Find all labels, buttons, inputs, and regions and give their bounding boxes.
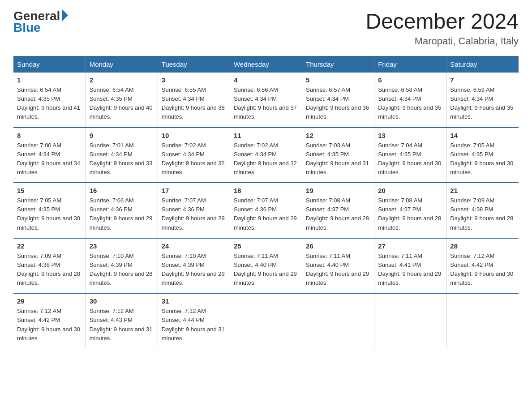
day-number: 6	[378, 76, 442, 84]
day-number: 9	[90, 132, 154, 139]
day-info: Sunrise: 6:54 AMSunset: 4:35 PMDaylight:…	[17, 86, 82, 122]
day-info: Sunrise: 7:12 AMSunset: 4:44 PMDaylight:…	[162, 307, 226, 343]
logo-blue-row: Blue	[13, 21, 41, 35]
day-of-week-header: Monday	[86, 56, 158, 73]
day-info: Sunrise: 7:12 AMSunset: 4:42 PMDaylight:…	[450, 252, 515, 288]
day-info: Sunrise: 7:01 AMSunset: 4:34 PMDaylight:…	[90, 141, 154, 177]
calendar-week-row: 8Sunrise: 7:00 AMSunset: 4:34 PMDaylight…	[13, 128, 519, 183]
day-info: Sunrise: 7:11 AMSunset: 4:40 PMDaylight:…	[234, 252, 298, 288]
day-number: 21	[450, 187, 515, 194]
day-info: Sunrise: 7:07 AMSunset: 4:36 PMDaylight:…	[162, 196, 226, 232]
calendar-cell: 14Sunrise: 7:05 AMSunset: 4:35 PMDayligh…	[446, 128, 519, 183]
calendar-cell: 1Sunrise: 6:54 AMSunset: 4:35 PMDaylight…	[13, 73, 86, 128]
day-number: 3	[162, 76, 226, 84]
day-info: Sunrise: 7:09 AMSunset: 4:38 PMDaylight:…	[450, 196, 515, 232]
calendar-week-row: 29Sunrise: 7:12 AMSunset: 4:42 PMDayligh…	[13, 293, 519, 348]
calendar-cell: 16Sunrise: 7:06 AMSunset: 4:36 PMDayligh…	[86, 183, 158, 238]
day-number: 31	[162, 297, 226, 305]
calendar-cell	[230, 293, 302, 348]
day-number: 17	[162, 187, 226, 194]
calendar-cell: 4Sunrise: 6:56 AMSunset: 4:34 PMDaylight…	[230, 73, 302, 128]
day-info: Sunrise: 6:54 AMSunset: 4:35 PMDaylight:…	[90, 86, 154, 122]
day-number: 5	[306, 76, 370, 84]
day-number: 25	[234, 242, 298, 250]
day-number: 18	[234, 187, 298, 194]
day-of-week-header: Friday	[374, 56, 446, 73]
day-info: Sunrise: 7:08 AMSunset: 4:37 PMDaylight:…	[378, 196, 442, 232]
logo-blue-word: Blue	[13, 21, 41, 35]
location-subtitle: Maropati, Calabria, Italy	[365, 35, 519, 47]
day-of-week-header: Saturday	[446, 56, 519, 73]
month-year-title: December 2024	[365, 9, 519, 34]
day-info: Sunrise: 7:08 AMSunset: 4:37 PMDaylight:…	[306, 196, 370, 232]
day-info: Sunrise: 6:59 AMSunset: 4:34 PMDaylight:…	[450, 86, 515, 122]
day-info: Sunrise: 6:57 AMSunset: 4:34 PMDaylight:…	[306, 86, 370, 122]
day-number: 15	[17, 187, 82, 194]
calendar-cell: 10Sunrise: 7:02 AMSunset: 4:34 PMDayligh…	[158, 128, 230, 183]
day-of-week-header: Thursday	[302, 56, 374, 73]
calendar-week-row: 22Sunrise: 7:09 AMSunset: 4:38 PMDayligh…	[13, 238, 519, 294]
calendar-cell: 13Sunrise: 7:04 AMSunset: 4:35 PMDayligh…	[374, 128, 446, 183]
calendar-table: SundayMondayTuesdayWednesdayThursdayFrid…	[13, 56, 519, 348]
calendar-header: SundayMondayTuesdayWednesdayThursdayFrid…	[13, 56, 519, 73]
page-header: General Blue December 2024 Maropati, Cal…	[13, 9, 519, 47]
calendar-cell: 5Sunrise: 6:57 AMSunset: 4:34 PMDaylight…	[302, 73, 374, 128]
day-info: Sunrise: 7:05 AMSunset: 4:35 PMDaylight:…	[17, 196, 82, 232]
day-number: 29	[17, 297, 82, 305]
day-info: Sunrise: 7:02 AMSunset: 4:34 PMDaylight:…	[234, 141, 298, 177]
calendar-cell: 11Sunrise: 7:02 AMSunset: 4:34 PMDayligh…	[230, 128, 302, 183]
calendar-cell	[374, 293, 446, 348]
day-of-week-header: Tuesday	[158, 56, 230, 73]
day-number: 4	[234, 76, 298, 84]
header-row: SundayMondayTuesdayWednesdayThursdayFrid…	[13, 56, 519, 73]
logo: General Blue	[13, 9, 68, 35]
calendar-cell: 31Sunrise: 7:12 AMSunset: 4:44 PMDayligh…	[158, 293, 230, 348]
day-number: 26	[306, 242, 370, 250]
calendar-cell	[446, 293, 519, 348]
day-number: 19	[306, 187, 370, 194]
day-info: Sunrise: 6:56 AMSunset: 4:34 PMDaylight:…	[234, 86, 298, 122]
day-number: 7	[450, 76, 515, 84]
day-number: 1	[17, 76, 82, 84]
day-of-week-header: Wednesday	[230, 56, 302, 73]
day-info: Sunrise: 6:58 AMSunset: 4:34 PMDaylight:…	[378, 86, 442, 122]
calendar-cell: 21Sunrise: 7:09 AMSunset: 4:38 PMDayligh…	[446, 183, 519, 238]
calendar-cell: 7Sunrise: 6:59 AMSunset: 4:34 PMDaylight…	[446, 73, 519, 128]
day-number: 13	[378, 132, 442, 139]
calendar-cell: 26Sunrise: 7:11 AMSunset: 4:40 PMDayligh…	[302, 238, 374, 294]
calendar-cell: 20Sunrise: 7:08 AMSunset: 4:37 PMDayligh…	[374, 183, 446, 238]
day-info: Sunrise: 7:10 AMSunset: 4:39 PMDaylight:…	[90, 252, 154, 288]
calendar-cell	[302, 293, 374, 348]
calendar-cell: 23Sunrise: 7:10 AMSunset: 4:39 PMDayligh…	[86, 238, 158, 294]
calendar-week-row: 15Sunrise: 7:05 AMSunset: 4:35 PMDayligh…	[13, 183, 519, 238]
day-number: 11	[234, 132, 298, 139]
day-info: Sunrise: 7:02 AMSunset: 4:34 PMDaylight:…	[162, 141, 226, 177]
calendar-cell: 24Sunrise: 7:10 AMSunset: 4:39 PMDayligh…	[158, 238, 230, 294]
day-number: 2	[90, 76, 154, 84]
calendar-cell: 19Sunrise: 7:08 AMSunset: 4:37 PMDayligh…	[302, 183, 374, 238]
day-number: 24	[162, 242, 226, 250]
calendar-cell: 28Sunrise: 7:12 AMSunset: 4:42 PMDayligh…	[446, 238, 519, 294]
day-number: 14	[450, 132, 515, 139]
day-info: Sunrise: 7:11 AMSunset: 4:40 PMDaylight:…	[306, 252, 370, 288]
calendar-cell: 2Sunrise: 6:54 AMSunset: 4:35 PMDaylight…	[86, 73, 158, 128]
day-number: 22	[17, 242, 82, 250]
day-number: 10	[162, 132, 226, 139]
day-info: Sunrise: 6:55 AMSunset: 4:34 PMDaylight:…	[162, 86, 226, 122]
calendar-body: 1Sunrise: 6:54 AMSunset: 4:35 PMDaylight…	[13, 73, 519, 348]
calendar-cell: 18Sunrise: 7:07 AMSunset: 4:36 PMDayligh…	[230, 183, 302, 238]
day-number: 27	[378, 242, 442, 250]
day-number: 16	[90, 187, 154, 194]
calendar-cell: 17Sunrise: 7:07 AMSunset: 4:36 PMDayligh…	[158, 183, 230, 238]
day-info: Sunrise: 7:05 AMSunset: 4:35 PMDaylight:…	[450, 141, 515, 177]
day-info: Sunrise: 7:03 AMSunset: 4:35 PMDaylight:…	[306, 141, 370, 177]
day-info: Sunrise: 7:07 AMSunset: 4:36 PMDaylight:…	[234, 196, 298, 232]
day-number: 28	[450, 242, 515, 250]
calendar-cell: 8Sunrise: 7:00 AMSunset: 4:34 PMDaylight…	[13, 128, 86, 183]
calendar-cell: 25Sunrise: 7:11 AMSunset: 4:40 PMDayligh…	[230, 238, 302, 294]
day-info: Sunrise: 7:11 AMSunset: 4:41 PMDaylight:…	[378, 252, 442, 288]
day-info: Sunrise: 7:06 AMSunset: 4:36 PMDaylight:…	[90, 196, 154, 232]
day-info: Sunrise: 7:09 AMSunset: 4:38 PMDaylight:…	[17, 252, 82, 288]
calendar-cell: 22Sunrise: 7:09 AMSunset: 4:38 PMDayligh…	[13, 238, 86, 294]
calendar-cell: 30Sunrise: 7:12 AMSunset: 4:43 PMDayligh…	[86, 293, 158, 348]
